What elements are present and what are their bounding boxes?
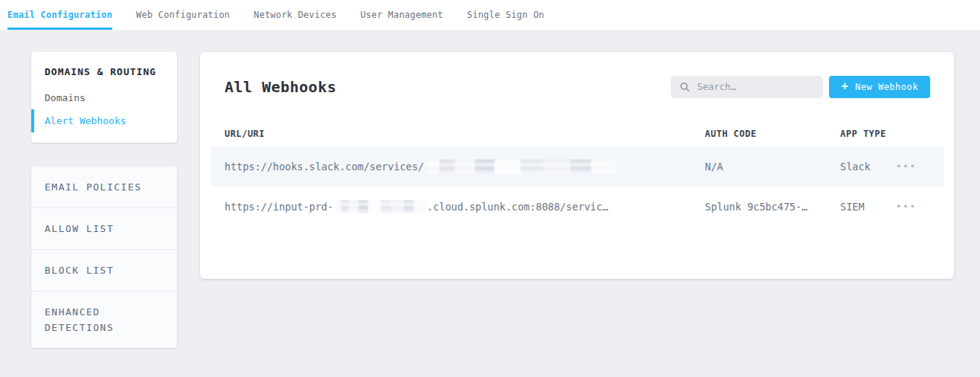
tab-email-configuration[interactable]: Email Configuration (7, 0, 112, 30)
webhook-url-suffix: .cloud.splunk.com:8088/servic… (427, 201, 608, 213)
plus-icon: + (841, 81, 848, 92)
panel-header: All Webhooks + New Webhook (200, 52, 954, 99)
header-actions: + New Webhook (671, 76, 930, 98)
sidebar-item-alert-webhooks[interactable]: Alert Webhooks (31, 109, 177, 132)
column-header-app-type: APP TYPE (840, 129, 896, 139)
row-menu-button[interactable]: ••• (896, 202, 944, 211)
tab-user-management[interactable]: User Management (361, 0, 443, 30)
new-webhook-button[interactable]: + New Webhook (829, 76, 930, 98)
search-input[interactable] (697, 81, 816, 92)
tab-web-configuration[interactable]: Web Configuration (136, 0, 230, 30)
app-type-cell: Slack (840, 161, 896, 173)
top-tab-bar: Email Configuration Web Configuration Ne… (0, 0, 980, 30)
row-menu-button[interactable]: ••• (896, 162, 944, 171)
table-header-row: URL/URI AUTH CODE APP TYPE (200, 121, 954, 146)
tab-network-devices[interactable]: Network Devices (254, 0, 336, 30)
page-title: All Webhooks (225, 78, 337, 96)
webhook-url-text: https://hooks.slack.com/services/ (225, 161, 424, 173)
new-webhook-label: New Webhook (855, 82, 918, 92)
redacted-url-segment (426, 159, 616, 174)
column-header-url: URL/URI (225, 129, 705, 139)
column-header-auth-code: AUTH CODE (705, 129, 840, 139)
page-content: DOMAINS & ROUTING Domains Alert Webhooks… (0, 30, 980, 348)
sidebar: DOMAINS & ROUTING Domains Alert Webhooks… (31, 52, 177, 348)
auth-code-cell: N/A (705, 161, 840, 173)
webhook-url-cell: https://hooks.slack.com/services/ (225, 159, 705, 174)
sidebar-item-block-list[interactable]: BLOCK LIST (31, 249, 177, 291)
redacted-url-segment (335, 200, 425, 213)
table-row[interactable]: https://input-prd- .cloud.splunk.com:808… (210, 187, 944, 227)
webhook-url-cell: https://input-prd- .cloud.splunk.com:808… (225, 200, 705, 213)
policy-sections-card: EMAIL POLICIES ALLOW LIST BLOCK LIST ENH… (31, 167, 177, 348)
domains-routing-heading: DOMAINS & ROUTING (31, 66, 177, 77)
webhooks-panel: All Webhooks + New Webhook URL/URI AUTH … (200, 52, 954, 279)
tab-single-sign-on[interactable]: Single Sign On (467, 0, 544, 30)
sidebar-item-email-policies[interactable]: EMAIL POLICIES (31, 167, 177, 207)
auth-code-cell: Splunk 9c5bc475-… (705, 201, 840, 213)
search-icon (680, 82, 690, 92)
sidebar-item-enhanced-detections[interactable]: ENHANCED DETECTIONS (31, 291, 177, 348)
app-type-cell: SIEM (840, 201, 896, 213)
webhook-url-text: https://input-prd- (225, 201, 333, 213)
table-row[interactable]: https://hooks.slack.com/services/ N/A Sl… (210, 146, 944, 187)
sidebar-item-domains[interactable]: Domains (31, 86, 177, 109)
domains-routing-card: DOMAINS & ROUTING Domains Alert Webhooks (31, 52, 177, 143)
sidebar-item-allow-list[interactable]: ALLOW LIST (31, 207, 177, 249)
search-box[interactable] (671, 76, 823, 98)
